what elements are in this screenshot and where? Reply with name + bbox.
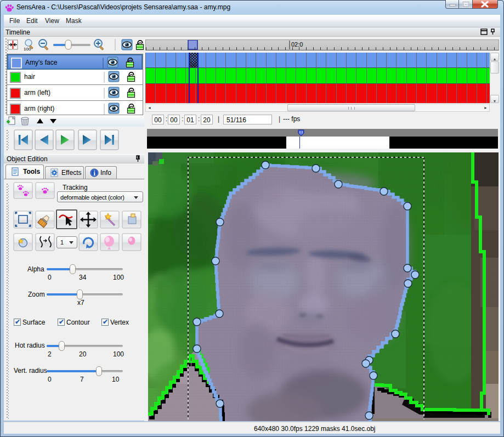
svg-text:100: 100: [24, 47, 31, 52]
